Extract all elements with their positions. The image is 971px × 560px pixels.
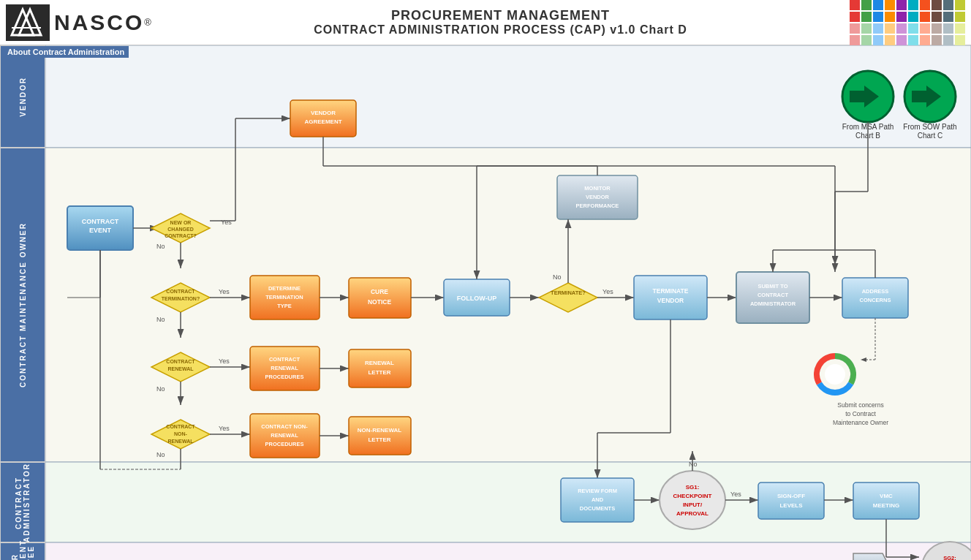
color-cell bbox=[873, 23, 883, 34]
color-cell bbox=[908, 35, 918, 45]
lane-cmo: CONTRACT MAINTENANCE OWNER bbox=[0, 148, 45, 462]
svg-text:Yes: Yes bbox=[219, 425, 230, 432]
svg-text:INPUT/: INPUT/ bbox=[683, 502, 703, 508]
color-cell bbox=[955, 0, 965, 10]
color-cell bbox=[943, 12, 953, 22]
svg-text:No: No bbox=[156, 316, 165, 323]
lane-vmc: VENDOR MANAGEMENT COMMITTEE bbox=[0, 542, 45, 560]
color-cell bbox=[943, 0, 953, 10]
svg-text:CONTRACT?: CONTRACT? bbox=[165, 233, 197, 238]
color-cell bbox=[885, 0, 895, 10]
svg-text:CHANGED: CHANGED bbox=[167, 227, 193, 232]
svg-text:TYPE: TYPE bbox=[277, 303, 292, 309]
address-concerns-label: ADDRESS bbox=[862, 288, 889, 295]
color-cell bbox=[850, 12, 860, 22]
color-cell bbox=[873, 0, 883, 10]
svg-text:Yes: Yes bbox=[221, 219, 232, 226]
lane-vendor: VENDOR bbox=[0, 45, 45, 148]
main-title: PROCUREMENT MANAGEMENT bbox=[151, 8, 850, 23]
color-cell bbox=[908, 23, 918, 34]
color-cell bbox=[850, 0, 860, 10]
svg-text:PROCEDURES: PROCEDURES bbox=[265, 441, 304, 447]
color-cell bbox=[861, 12, 872, 22]
color-cell bbox=[850, 35, 860, 45]
svg-text:CONTRACT: CONTRACT bbox=[757, 292, 788, 298]
color-cell bbox=[920, 0, 930, 10]
color-cell bbox=[850, 23, 860, 34]
sign-off-label: SIGN-OFF bbox=[777, 493, 805, 499]
svg-text:TERMINATION?: TERMINATION? bbox=[162, 296, 200, 301]
color-cell bbox=[873, 35, 883, 45]
contract-renewal-label: CONTRACT bbox=[166, 359, 195, 364]
color-cell bbox=[885, 23, 895, 34]
contract-event-label: CONTRACT bbox=[82, 218, 119, 225]
color-cell bbox=[896, 12, 907, 22]
color-cell bbox=[873, 12, 883, 22]
svg-rect-92 bbox=[349, 417, 411, 455]
svg-text:DOCUMENTS: DOCUMENTS bbox=[580, 505, 615, 512]
color-cell bbox=[885, 35, 895, 45]
terminate-label: TERMINATE? bbox=[551, 290, 586, 296]
lane-label-ca: CONTRACT ADMINISTRATOR bbox=[0, 462, 45, 542]
vmc-meeting-label: VMC bbox=[880, 493, 893, 499]
svg-text:No: No bbox=[689, 461, 698, 468]
from-sow-label: From SOW Path bbox=[903, 123, 956, 131]
color-cell bbox=[861, 23, 872, 34]
svg-text:No: No bbox=[156, 385, 165, 393]
svg-text:Yes: Yes bbox=[219, 357, 230, 365]
svg-text:LETTER: LETTER bbox=[368, 369, 390, 376]
svg-point-107 bbox=[660, 471, 725, 529]
svg-text:NON-: NON- bbox=[174, 431, 188, 436]
svg-text:RENEWAL: RENEWAL bbox=[168, 366, 194, 371]
color-cell bbox=[896, 0, 907, 10]
color-cell bbox=[932, 0, 942, 10]
about-bar[interactable]: About Contract Administration bbox=[3, 46, 129, 58]
svg-text:CHECKPOINT: CHECKPOINT bbox=[673, 493, 712, 499]
submit-ca-label: SUBMIT TO bbox=[757, 283, 787, 290]
svg-text:to Contract: to Contract bbox=[845, 410, 876, 417]
svg-text:Yes: Yes bbox=[602, 288, 613, 295]
review-form-label: REVIEW FORM bbox=[578, 488, 617, 494]
color-cell bbox=[885, 12, 895, 22]
renewal-letter-label: RENEWAL bbox=[365, 360, 394, 366]
svg-rect-6 bbox=[45, 45, 971, 148]
renewal-procedures-label: CONTRACT bbox=[269, 356, 300, 363]
color-cell bbox=[920, 23, 930, 34]
flowchart-svg: From MSA Path Chart B From SOW Path Char… bbox=[45, 45, 971, 560]
svg-text:VENDOR: VENDOR bbox=[657, 297, 684, 304]
svg-text:AGREEMENT: AGREEMENT bbox=[304, 118, 341, 125]
svg-text:RENEWAL: RENEWAL bbox=[168, 439, 194, 444]
color-cell bbox=[955, 12, 965, 22]
svg-marker-0 bbox=[12, 10, 34, 35]
svg-text:CONCERNS: CONCERNS bbox=[860, 297, 891, 303]
color-cell bbox=[861, 35, 872, 45]
determine-termination-label: DETERMINE bbox=[268, 285, 301, 292]
color-cell bbox=[920, 12, 930, 22]
svg-text:RENEWAL: RENEWAL bbox=[271, 365, 298, 371]
non-renewal-letter-label: NON-RENEWAL bbox=[358, 427, 402, 434]
svg-text:RENEWAL: RENEWAL bbox=[271, 432, 298, 439]
sub-title: CONTRACT ADMINISTRATION PROCESS (CAP) v1… bbox=[151, 23, 850, 37]
svg-text:ADMINISTRATOR: ADMINISTRATOR bbox=[750, 300, 796, 307]
monitor-vendor-label: MONITOR bbox=[584, 185, 611, 192]
color-cell bbox=[896, 35, 907, 45]
color-cell bbox=[861, 0, 872, 10]
vendor-agreement-label: VENDOR bbox=[311, 110, 336, 116]
sg1-label: SG1: bbox=[686, 484, 700, 491]
svg-text:Chart C: Chart C bbox=[918, 132, 942, 140]
color-cell bbox=[955, 35, 965, 45]
contract-termination-label: CONTRACT bbox=[166, 289, 195, 294]
non-renewal-procedures-label: CONTRACT NON- bbox=[261, 423, 308, 430]
color-cell bbox=[943, 23, 953, 34]
svg-text:No: No bbox=[553, 273, 562, 281]
non-renewal-label: CONTRACT bbox=[166, 424, 195, 429]
svg-text:Yes: Yes bbox=[730, 491, 741, 498]
svg-rect-115 bbox=[758, 483, 824, 519]
header: NASCO® PROCUREMENT MANAGEMENT CONTRACT A… bbox=[0, 0, 971, 45]
color-cell bbox=[932, 35, 942, 45]
color-cell bbox=[908, 0, 918, 10]
svg-text:VENDOR: VENDOR bbox=[586, 194, 610, 200]
logo-box bbox=[6, 4, 50, 41]
svg-text:NOTICE: NOTICE bbox=[368, 298, 391, 306]
svg-text:LEVELS: LEVELS bbox=[779, 502, 803, 509]
